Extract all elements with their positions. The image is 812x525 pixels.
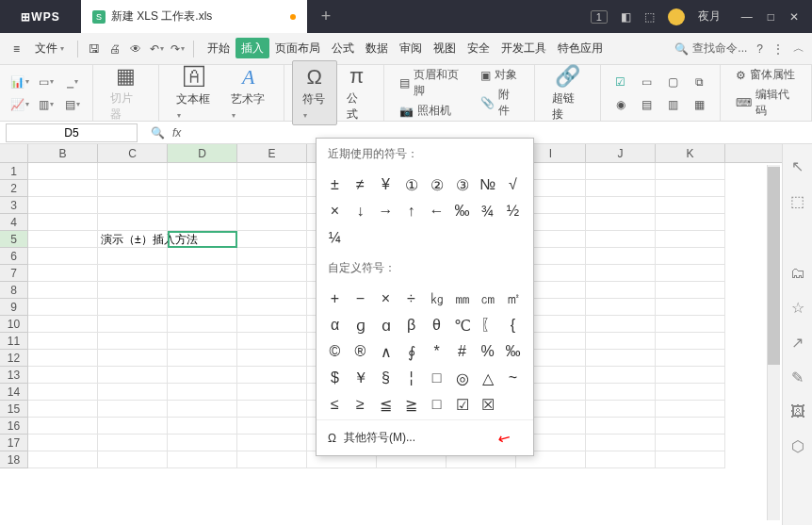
menu-hamburger[interactable]: ≡ [8, 39, 25, 59]
cell[interactable] [656, 350, 725, 367]
symbol-item[interactable]: β [398, 312, 424, 338]
cell[interactable] [656, 214, 725, 231]
row-header[interactable]: 1 [0, 163, 28, 180]
cell[interactable] [168, 316, 237, 333]
cell[interactable] [237, 384, 307, 401]
menu-tab-4[interactable]: 数据 [360, 38, 394, 58]
cell[interactable] [586, 299, 656, 316]
row-header[interactable]: 16 [0, 418, 28, 435]
notification-badge[interactable]: 1 [591, 10, 608, 24]
cell[interactable] [237, 401, 307, 418]
column-icon[interactable]: ▥▾ [38, 96, 55, 113]
cell[interactable] [168, 214, 237, 231]
cell[interactable] [98, 418, 168, 435]
minimize-button[interactable]: — [741, 10, 753, 24]
symbol-item[interactable]: □ [424, 365, 449, 391]
cell[interactable] [237, 451, 307, 468]
preview-icon[interactable]: 👁 [127, 41, 144, 57]
cell[interactable] [237, 282, 307, 299]
share-icon[interactable]: ↗ [791, 334, 804, 352]
menu-tab-7[interactable]: 安全 [462, 38, 495, 58]
symbol-item[interactable]: × [373, 286, 398, 312]
cell[interactable] [28, 282, 98, 299]
favorite-icon[interactable]: ☆ [791, 299, 804, 317]
cell[interactable] [237, 180, 307, 197]
cell[interactable] [168, 248, 237, 265]
cell[interactable] [586, 435, 656, 451]
cell[interactable] [237, 197, 307, 214]
row-header[interactable]: 9 [0, 299, 28, 316]
cell[interactable] [656, 435, 725, 451]
cell[interactable] [656, 299, 725, 316]
cell[interactable] [98, 333, 168, 350]
cell[interactable] [237, 316, 307, 333]
cell[interactable] [168, 401, 237, 418]
settings-icon[interactable]: ⬡ [791, 437, 804, 455]
cell[interactable] [656, 367, 725, 384]
app-icon-1[interactable]: ◧ [621, 10, 631, 24]
row-header[interactable]: 10 [0, 316, 28, 333]
cell[interactable] [168, 197, 237, 214]
cell[interactable] [168, 451, 237, 468]
symbol-item[interactable]: ¾ [475, 198, 500, 224]
symbol-item[interactable]: ∧ [373, 338, 398, 365]
cell[interactable] [237, 231, 307, 248]
radio-control-icon[interactable]: ◉ [612, 96, 629, 113]
cell[interactable] [656, 316, 725, 333]
cell[interactable] [98, 265, 168, 282]
symbol-item[interactable]: ¼ [322, 224, 348, 251]
cell[interactable] [586, 333, 656, 350]
cell[interactable] [586, 384, 656, 401]
cell[interactable] [586, 163, 656, 180]
undo-icon[interactable]: ↶▾ [148, 41, 165, 57]
symbol-item[interactable]: ㎝ [475, 286, 500, 312]
vertical-scrollbar[interactable] [767, 165, 780, 520]
cell[interactable] [237, 299, 307, 316]
chart-icon[interactable]: 📊▾ [11, 74, 28, 90]
cell[interactable] [656, 231, 725, 248]
column-header[interactable]: D [168, 144, 237, 162]
symbol-item[interactable]: √ [500, 172, 526, 198]
row-header[interactable]: 11 [0, 333, 28, 350]
help-button[interactable]: ? [756, 42, 763, 56]
textbox-button[interactable]: 🄰 文本框▾ [167, 61, 221, 124]
cell[interactable] [168, 384, 237, 401]
symbol-item[interactable]: ㎜ [449, 286, 475, 312]
symbol-item[interactable]: ≦ [373, 391, 398, 418]
cell[interactable] [168, 265, 237, 282]
winloss-icon[interactable]: ▤▾ [64, 96, 81, 113]
cell[interactable] [586, 350, 656, 367]
symbol-item[interactable]: ÷ [398, 286, 424, 312]
menu-tab-3[interactable]: 公式 [326, 38, 360, 58]
cell[interactable] [98, 282, 168, 299]
cell[interactable] [586, 316, 656, 333]
collapse-ribbon-button[interactable]: ︿ [793, 41, 804, 57]
cell[interactable] [98, 180, 168, 197]
symbol-item[interactable]: ↓ [348, 198, 373, 224]
shape-icon[interactable]: ▭▾ [38, 74, 55, 90]
button-control-icon[interactable]: ▢ [665, 74, 682, 90]
line-icon[interactable]: ⎯▾ [64, 74, 81, 90]
zoom-icon[interactable]: 🔍 [151, 126, 165, 139]
cell[interactable] [28, 248, 98, 265]
cursor-tool-icon[interactable]: ↖ [791, 157, 804, 175]
maximize-button[interactable]: □ [768, 10, 774, 24]
symbol-item[interactable]: # [449, 338, 475, 365]
cell[interactable] [586, 418, 656, 435]
cell[interactable] [28, 163, 98, 180]
cell[interactable] [656, 384, 725, 401]
symbol-item[interactable]: ← [424, 198, 449, 224]
column-header[interactable]: K [656, 144, 725, 162]
symbol-button[interactable]: Ω 符号▾ [292, 60, 337, 125]
menu-tab-0[interactable]: 开始 [202, 38, 235, 58]
select-tool-icon[interactable]: ⬚ [790, 192, 804, 210]
symbol-item[interactable]: © [322, 338, 348, 365]
cell[interactable] [586, 282, 656, 299]
symbol-item[interactable]: ㎡ [500, 286, 526, 312]
symbol-item[interactable]: 〖 [475, 312, 500, 338]
symbol-item[interactable]: α [322, 312, 348, 338]
symbol-item[interactable]: % [475, 338, 500, 365]
scrollbar-control-icon[interactable]: ▥ [665, 96, 682, 113]
slicer-button[interactable]: ▦ 切片器 [101, 60, 151, 126]
row-header[interactable]: 5 [0, 231, 28, 248]
